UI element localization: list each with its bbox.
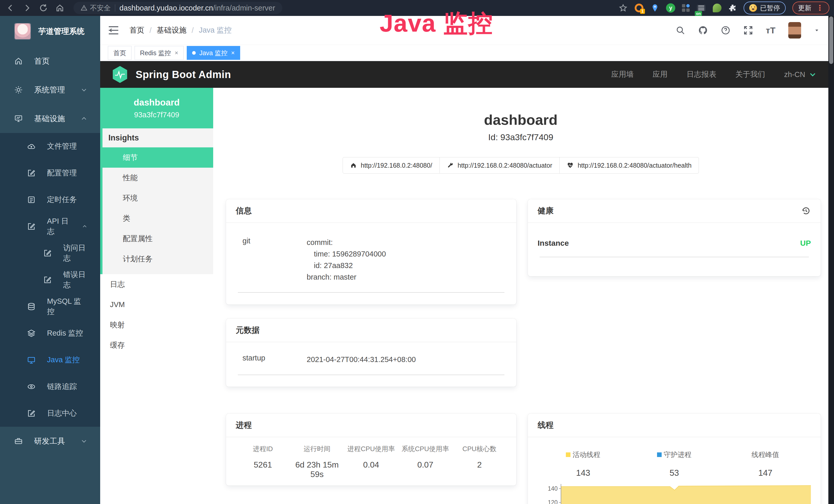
pin-extension-icon[interactable] [651, 4, 659, 12]
tab-home[interactable]: 首页 [108, 46, 132, 60]
update-button[interactable]: 更新 ⋮ [792, 2, 829, 15]
fullscreen-icon[interactable] [743, 25, 753, 35]
process-card: 进程 进程ID 运行时间 进程CPU使用率 系统CPU使用率 CPU核心数 52… [226, 414, 516, 485]
sidebar-item-job[interactable]: 定时任务 [0, 186, 100, 213]
security-chip[interactable]: 不安全 [81, 3, 111, 13]
instance-links: http://192.168.0.2:48080/ http://192.168… [213, 157, 828, 174]
sba-nav-about[interactable]: 关于我们 [736, 69, 765, 79]
sidebar-item-api-log[interactable]: API 日志 [0, 213, 100, 240]
breadcrumb-home[interactable]: 首页 [129, 25, 144, 36]
divider [238, 374, 504, 375]
user-avatar[interactable] [788, 22, 801, 39]
heartbeat-icon [567, 162, 574, 169]
extensions-puzzle-icon[interactable] [728, 4, 737, 12]
address-bar[interactable]: 不安全 dashboard.yudao.iocoder.cn/infra/adm… [73, 2, 282, 14]
sba-menu-logs[interactable]: 日志 [100, 274, 213, 295]
sba-brand[interactable]: Spring Boot Admin [136, 69, 231, 81]
page-scrollbar[interactable] [828, 16, 834, 504]
health-url-link[interactable]: http://192.168.0.2:48080/actuator/health [560, 157, 699, 174]
sba-logo-icon[interactable] [112, 66, 128, 84]
sba-nav-wallboard[interactable]: 应用墙 [611, 69, 634, 79]
chart-y-axis: 140 120 100 [537, 482, 561, 504]
active-dot-icon [192, 51, 196, 55]
service-url-link[interactable]: http://192.168.0.2:48080/ [343, 157, 440, 174]
sidebar-item-error-log[interactable]: 错误日志 [0, 267, 100, 293]
bookmark-star-icon[interactable] [619, 4, 628, 12]
browser-extension-icon[interactable] [682, 4, 690, 12]
caret-down-icon[interactable] [814, 27, 820, 33]
sidebar-item-system[interactable]: 系统管理 [0, 75, 100, 104]
sba-menu-jvm[interactable]: JVM [100, 295, 213, 315]
divider [540, 257, 809, 257]
security-label: 不安全 [90, 3, 111, 13]
sba-nav: 应用墙 应用 日志报表 关于我们 zh-CN [611, 69, 816, 79]
metadata-card: 元数据 startup 2021-04-27T00:44:31.254+08:0… [226, 319, 516, 387]
sidebar-item-log-center[interactable]: 日志中心 [0, 400, 100, 427]
sba-menu-config-props[interactable]: 配置属性 [100, 229, 213, 249]
sba-language-select[interactable]: zh-CN [784, 70, 816, 79]
page-id: Id: 93a3fc7f7409 [213, 132, 828, 142]
admin-header: 首页 / 基础设施 / Java 监控 тT [100, 16, 828, 45]
toolbox-icon [14, 437, 23, 445]
sba-menu-environment[interactable]: 环境 [100, 188, 213, 208]
url-path: /infra/admin-server [213, 4, 275, 12]
history-icon[interactable] [801, 206, 811, 216]
sba-menu-mappings[interactable]: 映射 [100, 315, 213, 335]
browser-extension-icon[interactable]: on [696, 3, 706, 13]
browser-extension-icon[interactable] [713, 4, 722, 12]
app-logo-row[interactable]: 芋道管理系统 [0, 16, 100, 47]
sidebar-item-trace[interactable]: 链路追踪 [0, 373, 100, 400]
process-uptime: 6d 23h 15m 59s [290, 460, 344, 479]
monitor-icon [27, 356, 36, 364]
process-cpu: 0.04 [344, 460, 398, 479]
sidebar-item-java[interactable]: Java 监控 [0, 347, 100, 373]
close-icon[interactable]: × [175, 50, 178, 56]
sidebar-item-redis[interactable]: Redis 监控 [0, 320, 100, 347]
screen: 不安全 dashboard.yudao.iocoder.cn/infra/adm… [0, 0, 834, 504]
search-icon[interactable] [676, 25, 685, 35]
sidebar-item-dev-tools[interactable]: 研发工具 [0, 427, 100, 456]
sba-menu-classes[interactable]: 类 [100, 208, 213, 229]
browser-extension-icon[interactable]: 1 [634, 3, 644, 13]
breadcrumb-infra[interactable]: 基础设施 [157, 25, 186, 36]
breadcrumb-separator: / [150, 26, 152, 35]
sba-nav-journal[interactable]: 日志报表 [686, 69, 716, 79]
divider [238, 292, 504, 293]
reload-icon[interactable] [39, 4, 48, 12]
chevron-up-icon [81, 115, 87, 122]
sidebar-item-infra[interactable]: 基础设施 [0, 104, 100, 133]
browser-extension-icon[interactable]: y [666, 3, 675, 13]
system-cpu: 0.07 [398, 460, 452, 479]
collapse-menu-icon[interactable] [108, 26, 119, 35]
github-icon[interactable] [698, 25, 708, 35]
paused-badge[interactable]: 已暂停 [744, 2, 786, 15]
home-icon[interactable] [56, 4, 64, 12]
close-icon[interactable]: × [231, 50, 235, 56]
tab-redis[interactable]: Redis 监控× [135, 46, 184, 60]
font-size-icon[interactable]: тT [766, 25, 775, 36]
health-instance-label: Instance [537, 239, 569, 248]
sba-menu-scheduled[interactable]: 计划任务 [100, 249, 213, 269]
forward-icon[interactable] [23, 4, 31, 12]
sidebar-item-mysql[interactable]: MySQL 监控 [0, 293, 100, 320]
browser-menu-icon[interactable]: ⋮ [816, 4, 824, 12]
sba-header: Spring Boot Admin 应用墙 应用 日志报表 关于我们 zh-CN [100, 61, 828, 88]
sba-menu-metrics[interactable]: 性能 [100, 168, 213, 188]
sidebar-item-access-log[interactable]: 访问日志 [0, 240, 100, 267]
daemon-threads-label: 守护进程 [664, 450, 692, 459]
instance-hero: dashboard Id: 93a3fc7f7409 [213, 88, 828, 142]
peak-threads-label: 线程峰值 [751, 450, 779, 459]
sidebar-item-config[interactable]: 配置管理 [0, 160, 100, 186]
help-icon[interactable] [721, 25, 730, 35]
sba-menu-details[interactable]: 细节 [100, 147, 213, 168]
sidebar-item-file[interactable]: 文件管理 [0, 133, 100, 160]
sba-nav-applications[interactable]: 应用 [653, 69, 667, 79]
tab-java[interactable]: Java 监控× [187, 46, 240, 60]
instance-name: dashboard [134, 97, 180, 108]
monitor-icon [14, 114, 23, 123]
scrollbar-thumb[interactable] [829, 17, 833, 64]
back-icon[interactable] [6, 4, 15, 12]
actuator-url-link[interactable]: http://192.168.0.2:48080/actuator [440, 157, 560, 174]
sba-menu-caches[interactable]: 缓存 [100, 335, 213, 356]
sidebar-item-home[interactable]: 首页 [0, 47, 100, 75]
